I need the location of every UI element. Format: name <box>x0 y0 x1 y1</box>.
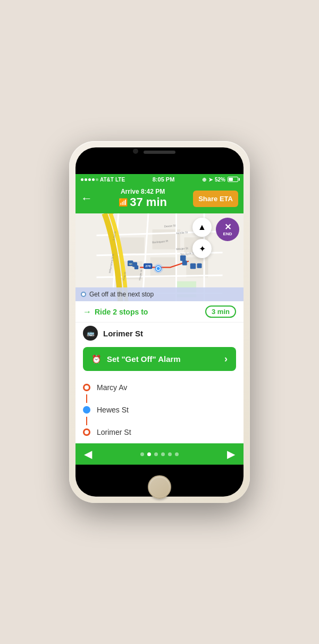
share-eta-button[interactable]: Share ETA <box>193 191 238 207</box>
stop-item: Marcy Av <box>83 381 236 394</box>
nav-dot-4 <box>161 452 165 456</box>
svg-rect-22 <box>135 266 139 270</box>
alarm-chevron-icon: › <box>224 353 228 365</box>
line-2 <box>86 417 87 425</box>
end-button[interactable]: ✕ END <box>216 218 239 241</box>
screen: AT&T LTE 8:05 PM ⊕ ➤ 52% ← Arrive 8:42 P… <box>75 174 244 465</box>
back-button[interactable]: ← <box>81 192 93 205</box>
nav-dot-3 <box>154 452 158 456</box>
wifi-icon: 📶 <box>119 198 128 207</box>
ride-info-row: → Ride 2 stops to 3 min <box>75 301 244 323</box>
stop-name-lorimer: Lorimer St <box>97 428 131 436</box>
destination-text: Lorimer St <box>103 329 143 338</box>
ride-arrow-icon: → <box>83 307 91 317</box>
nav-dot-1 <box>140 452 144 456</box>
map-area: 278 🚌 <box>75 213 244 301</box>
end-x-icon: ✕ <box>224 223 231 232</box>
camera <box>133 148 138 154</box>
battery-icon <box>228 177 238 182</box>
nav-center: Arrive 8:42 PM 📶 37 min <box>119 188 167 209</box>
stops-list: Marcy Av Hewes St <box>75 376 244 443</box>
phone-frame: AT&T LTE 8:05 PM ⊕ ➤ 52% ← Arrive 8:42 P… <box>69 141 250 503</box>
location-icon: ⊕ <box>202 177 206 183</box>
north-button[interactable]: ▲ <box>192 218 212 237</box>
stop-dot-hewes <box>83 406 90 414</box>
end-label: END <box>223 232 232 236</box>
bus-icon: 🚌 <box>83 326 98 341</box>
svg-text:278: 278 <box>145 265 151 268</box>
prev-button[interactable]: ◀ <box>84 448 92 460</box>
stop-connector-2 <box>86 417 236 425</box>
carrier-text: AT&T <box>100 177 114 183</box>
nav-dots <box>140 452 179 456</box>
signal-dots <box>81 178 98 181</box>
svg-rect-24 <box>182 261 187 266</box>
stop-dot-lorimer <box>83 428 90 436</box>
svg-text:🚌: 🚌 <box>129 262 132 266</box>
time-text: 8:05 PM <box>153 176 175 183</box>
battery-fill <box>229 178 233 181</box>
home-button[interactable] <box>148 475 171 499</box>
stop-name-marcy: Marcy Av <box>97 383 127 392</box>
get-off-text: Get off at the next stop <box>89 291 154 298</box>
status-bar: AT&T LTE 8:05 PM ⊕ ➤ 52% <box>75 174 244 185</box>
stop-item: Lorimer St <box>83 425 236 439</box>
alarm-label: Set "Get Off" Alarm <box>107 354 181 364</box>
svg-rect-26 <box>197 263 202 268</box>
eta-time: 📶 37 min <box>119 195 167 209</box>
compass-button[interactable]: ✦ <box>192 239 212 258</box>
speaker <box>144 151 175 154</box>
bus-symbol: 🚌 <box>87 329 95 337</box>
alarm-left: ⏰ Set "Get Off" Alarm <box>91 354 181 364</box>
phone-inner: AT&T LTE 8:05 PM ⊕ ➤ 52% ← Arrive 8:42 P… <box>75 147 244 497</box>
stop-dot-marcy <box>83 384 90 391</box>
stop-item: Hewes St <box>83 403 236 417</box>
next-button[interactable]: ▶ <box>227 448 235 460</box>
eta-value: 37 min <box>130 195 167 209</box>
bottom-nav: ◀ ▶ <box>75 443 244 465</box>
battery-percent: 52% <box>215 177 225 183</box>
stop-name-hewes: Hewes St <box>97 406 129 414</box>
destination-row: 🚌 Lorimer St <box>75 323 244 344</box>
svg-point-29 <box>157 267 160 270</box>
svg-rect-23 <box>180 255 186 261</box>
network-text: LTE <box>115 177 125 183</box>
bottom-panel: → Ride 2 stops to 3 min 🚌 Lorimer St ⏰ <box>75 301 244 443</box>
alarm-button[interactable]: ⏰ Set "Get Off" Alarm › <box>83 347 236 371</box>
nav-dot-5 <box>168 452 172 456</box>
get-off-dot <box>81 292 86 297</box>
compass-buttons: ▲ ✦ <box>192 218 212 258</box>
svg-rect-25 <box>190 263 196 269</box>
get-off-banner: Get off at the next stop <box>75 287 244 301</box>
ride-time-badge: 3 min <box>205 306 236 318</box>
svg-rect-1 <box>121 237 145 253</box>
status-right: ⊕ ➤ 52% <box>202 177 238 183</box>
status-left: AT&T LTE <box>81 177 125 183</box>
nav-bar: ← Arrive 8:42 PM 📶 37 min Share ETA <box>75 185 244 213</box>
nav-dot-2 <box>147 452 151 456</box>
nav-dot-6 <box>175 452 179 456</box>
line-1 <box>86 394 87 403</box>
navigation-icon: ➤ <box>208 177 213 183</box>
arrive-text: Arrive 8:42 PM <box>119 188 167 195</box>
alarm-icon: ⏰ <box>91 354 102 364</box>
ride-stops: → Ride 2 stops to <box>83 307 148 317</box>
stop-connector-1 <box>86 394 236 403</box>
ride-stops-text: Ride 2 stops to <box>95 308 148 316</box>
